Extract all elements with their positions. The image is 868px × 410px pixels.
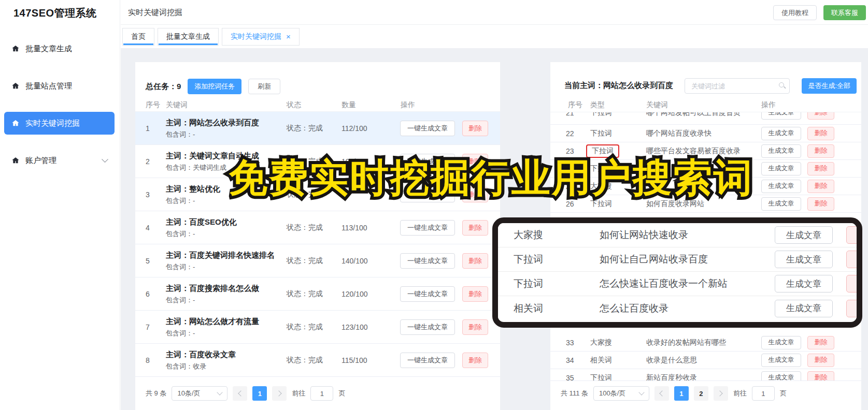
generate-article-button[interactable]: 生成文章	[761, 180, 801, 193]
next-page-button[interactable]	[714, 386, 728, 401]
generate-article-button[interactable]: 一键生成文章	[400, 353, 455, 368]
delete-button[interactable]: 删除	[807, 112, 834, 120]
generate-filter-button[interactable]: 是否生成:全部	[802, 78, 857, 94]
delete-button[interactable]: 删除	[462, 253, 488, 269]
delete-button[interactable]: 删除	[807, 336, 834, 349]
current-keyword-title: 当前主词：网站怎么收录到百度	[564, 81, 673, 91]
delete-button[interactable]: 删除	[807, 371, 834, 382]
task-row: 7主词：网站怎么做才有流量包含词：-状态：完成123/100一键生成文章删除	[135, 311, 500, 344]
delete-button[interactable]: 删除	[462, 286, 488, 302]
count-text: 140/100	[341, 257, 368, 265]
generate-article-button[interactable]: 生成文章	[761, 371, 801, 382]
goto-page-input[interactable]	[310, 386, 333, 401]
keyword-text: 如何让自己网站收录百度	[600, 253, 708, 266]
keyword-text: 如何让网站快速收录	[600, 228, 688, 242]
delete-button[interactable]: 删除	[807, 144, 834, 158]
page-button[interactable]: 1	[252, 386, 267, 401]
tab[interactable]: 实时关键词挖掘×	[222, 28, 300, 46]
delete-button[interactable]: 删除	[807, 127, 834, 140]
delete-button[interactable]: 删除	[846, 251, 862, 268]
generate-article-button[interactable]: 生成文章	[775, 251, 833, 268]
app-logo: 147SEO管理系统	[13, 6, 97, 20]
next-page-button[interactable]	[272, 386, 287, 401]
type-cell: 下拉词	[590, 373, 612, 382]
tab[interactable]: 首页	[122, 28, 154, 46]
tab-label: 实时关键词挖掘	[231, 32, 281, 41]
delete-button[interactable]: 删除	[846, 275, 862, 292]
total-tasks-value: 9	[177, 82, 181, 91]
include-words: 包含词：收录	[166, 361, 282, 372]
sidebar-item[interactable]: 批量文章生成	[4, 37, 115, 60]
contact-support-button[interactable]: 联系客服	[823, 5, 866, 20]
keywords-table-header: 序号 类型 关键词 操作	[550, 100, 861, 111]
tab[interactable]: 批量文章生成	[158, 28, 219, 46]
tasks-pagination: 共 9 条10条/页1前往页	[146, 386, 345, 401]
close-icon[interactable]: ×	[286, 33, 291, 40]
page-size-select[interactable]: 10条/页	[172, 386, 227, 401]
delete-button[interactable]: 删除	[807, 197, 834, 211]
delete-button[interactable]: 删除	[846, 300, 862, 317]
delete-button[interactable]: 删除	[462, 319, 488, 335]
delete-button[interactable]: 删除	[807, 162, 834, 175]
row-number: 2	[146, 157, 150, 166]
refresh-button[interactable]: 刷新	[248, 79, 280, 94]
generate-article-button[interactable]: 生成文章	[775, 275, 833, 292]
task-row: 8主词：百度收录文章包含词：收录状态：完成115/100一键生成文章删除	[135, 344, 500, 377]
generate-article-button[interactable]: 生成文章	[761, 144, 801, 158]
keyword-text: 哪个网站发帖可以上百度首页	[646, 112, 741, 118]
generate-article-button[interactable]: 生成文章	[775, 226, 833, 244]
delete-button[interactable]: 删除	[462, 220, 488, 236]
tabbar: 首页批量文章生成实时关键词挖掘×	[121, 25, 868, 48]
page-size-select[interactable]: 100条/页	[593, 386, 649, 401]
page-button[interactable]: 1	[674, 386, 689, 401]
keywords-pagination: 共 111 条100条/页12前往页	[561, 386, 787, 401]
generate-article-button[interactable]: 一键生成文章	[400, 121, 455, 136]
goto-page-input[interactable]	[752, 386, 775, 401]
generate-article-button[interactable]: 生成文章	[761, 162, 801, 175]
delete-button[interactable]: 删除	[807, 180, 834, 193]
keyword-row: 34相关词收录是什么意思生成文章删除	[550, 352, 861, 369]
task-row: 1主词：网站怎么收录到百度包含词：-状态：完成112/100一键生成文章删除	[135, 112, 500, 145]
page-size-value: 10条/页	[177, 389, 200, 398]
delete-button[interactable]: 删除	[462, 121, 488, 136]
column-header-type: 类型	[590, 100, 605, 110]
prev-page-button[interactable]	[233, 386, 247, 401]
prev-page-button[interactable]	[654, 386, 669, 401]
sidebar-item[interactable]: 批量站点管理	[4, 75, 115, 97]
generate-article-button[interactable]: 一键生成文章	[400, 253, 455, 269]
sidebar-item[interactable]: 实时关键词挖掘	[4, 112, 115, 135]
generate-article-button[interactable]: 一键生成文章	[400, 220, 455, 236]
row-number: 26	[566, 200, 574, 208]
add-task-button[interactable]: 添加挖词任务	[188, 79, 241, 94]
delete-button[interactable]: 删除	[846, 226, 862, 244]
generate-article-button[interactable]: 生成文章	[775, 300, 833, 317]
delete-button[interactable]: 删除	[807, 354, 834, 367]
home-icon	[11, 119, 20, 127]
generate-article-button[interactable]: 生成文章	[761, 354, 801, 367]
generate-article-button[interactable]: 生成文章	[761, 336, 801, 349]
generate-article-button[interactable]: 生成文章	[761, 112, 801, 120]
generate-article-button[interactable]: 生成文章	[761, 197, 801, 211]
home-icon	[11, 156, 20, 165]
keyword-cell: 主词：百度收录文章包含词：收录	[166, 348, 282, 372]
tutorial-button[interactable]: 使用教程	[773, 5, 817, 20]
keyword-filter-input[interactable]	[685, 78, 790, 94]
keyword-text: 哪个网站百度收录快	[646, 129, 712, 138]
include-words: 包含词：-	[166, 129, 282, 140]
sidebar-item[interactable]: 账户管理	[4, 149, 115, 172]
generate-article-button[interactable]: 生成文章	[761, 127, 801, 140]
delete-button[interactable]: 删除	[462, 353, 488, 368]
sidebar-menu: 批量文章生成批量站点管理实时关键词挖掘账户管理	[0, 37, 120, 186]
chevron-down-icon	[217, 389, 223, 395]
row-number: 4	[146, 224, 150, 232]
topbar-actions: 使用教程 联系客服	[773, 5, 866, 20]
generate-article-button[interactable]: 一键生成文章	[400, 286, 455, 302]
tasks-table-header: 序号 关键词 状态 数量 操作	[135, 100, 500, 111]
page-button[interactable]: 2	[694, 386, 708, 401]
row-number: 22	[566, 129, 574, 138]
status-text: 状态：完成	[287, 256, 323, 266]
inset-keyword-row: 下拉词如何让自己网站收录百度生成文章删除	[498, 247, 857, 272]
generate-article-button[interactable]: 一键生成文章	[400, 319, 455, 335]
page-suffix: 页	[338, 389, 345, 398]
keyword-cell: 主词：百度关键词排名快速排名包含词：-	[166, 249, 282, 272]
